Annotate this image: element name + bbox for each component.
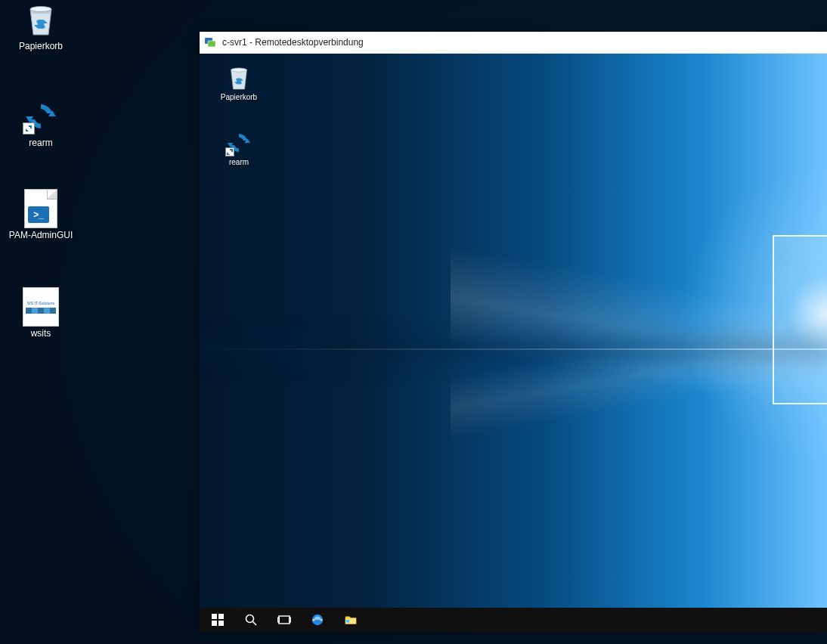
wsits-shortcut[interactable]: WS IT-Solutions wsits — [9, 289, 73, 339]
powershell-file-icon: >_ — [23, 190, 59, 227]
remote-taskbar — [200, 608, 827, 632]
wsits-label: wsits — [31, 328, 51, 339]
shortcut-overlay-icon — [23, 122, 35, 135]
pam-admingui-shortcut[interactable]: >_ PAM-AdminGUI — [9, 190, 73, 240]
pam-admingui-label: PAM-AdminGUI — [9, 230, 73, 240]
rearm-shortcut[interactable]: rearm — [9, 98, 73, 148]
task-view-icon — [277, 613, 291, 627]
wsits-logo-icon: WS IT-Solutions — [23, 289, 59, 325]
task-view-button[interactable] — [269, 608, 299, 632]
internet-explorer-button[interactable] — [302, 608, 333, 632]
rdp-app-icon — [204, 36, 216, 48]
recycle-bin-label: Papierkorb — [19, 41, 63, 51]
host-desktop: Papierkorb rearm >_ PAM-AdminGUI — [0, 0, 827, 644]
svg-rect-5 — [218, 614, 224, 619]
refresh-icon — [225, 129, 252, 156]
remote-recycle-bin-label: Papierkorb — [221, 93, 257, 101]
search-button[interactable] — [236, 608, 266, 632]
svg-line-9 — [253, 622, 257, 626]
remote-rearm-shortcut[interactable]: rearm — [216, 129, 262, 166]
shortcut-overlay-icon — [225, 147, 234, 156]
folder-icon — [344, 613, 358, 627]
rdp-titlebar[interactable]: c-svr1 - Remotedesktopverbindung — [200, 32, 827, 54]
recycle-bin-icon — [225, 64, 252, 91]
remote-rearm-label: rearm — [229, 158, 249, 166]
rdp-window-title: c-svr1 - Remotedesktopverbindung — [222, 37, 364, 48]
remote-recycle-bin-shortcut[interactable]: Papierkorb — [216, 64, 262, 101]
rdp-window[interactable]: c-svr1 - Remotedesktopverbindung Papi — [200, 32, 827, 632]
recycle-bin-icon — [23, 2, 59, 38]
recycle-bin-shortcut[interactable]: Papierkorb — [9, 2, 73, 51]
start-button[interactable] — [203, 608, 233, 632]
rearm-label: rearm — [29, 138, 52, 148]
remote-desktop[interactable]: Papierkorb rearm — [200, 54, 827, 632]
svg-rect-4 — [212, 614, 217, 619]
refresh-icon — [23, 98, 59, 135]
search-icon — [244, 613, 258, 627]
svg-point-0 — [30, 7, 51, 12]
file-explorer-button[interactable] — [336, 608, 366, 632]
svg-point-8 — [246, 615, 254, 623]
svg-rect-2 — [208, 41, 215, 47]
svg-rect-7 — [218, 621, 224, 626]
wsits-logo-text: WS IT-Solutions — [27, 301, 54, 305]
internet-explorer-icon — [311, 613, 324, 627]
svg-rect-15 — [346, 620, 350, 623]
svg-point-3 — [231, 68, 247, 72]
svg-rect-6 — [212, 621, 217, 626]
svg-rect-10 — [279, 616, 290, 624]
windows-logo-icon — [211, 613, 225, 627]
